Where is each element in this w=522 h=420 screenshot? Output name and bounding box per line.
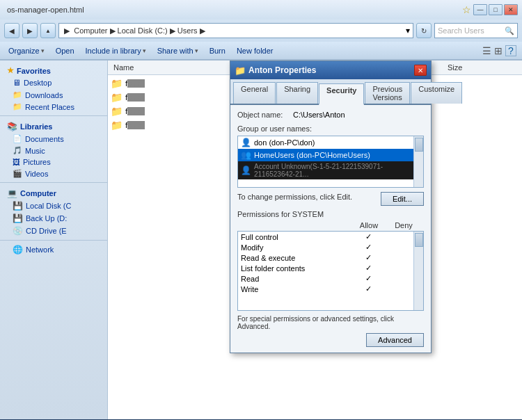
sidebar-item-network[interactable]: 🌐 Network (0, 243, 107, 256)
folder-icon: 📁 (111, 78, 122, 89)
search-placeholder: Search Users (438, 26, 505, 35)
backup-drive-icon: 💾 (13, 213, 23, 223)
sidebar-item-music[interactable]: 🎵 Music (0, 145, 107, 156)
sidebar-item-recent[interactable]: 📁 Recent Places (0, 101, 107, 113)
perm-name: Write (241, 285, 351, 293)
sidebar-item-cddrive[interactable]: 💿 CD Drive (E (0, 225, 107, 237)
advanced-button[interactable]: Advanced (366, 333, 424, 347)
users-listbox[interactable]: 👤 don (don-PC\don) 👥 HomeUsers (don-PC\H… (237, 136, 424, 188)
dialog-close-button[interactable]: ✕ (414, 65, 427, 76)
sidebar-item-backup[interactable]: 💾 Back Up (D: (0, 212, 107, 225)
tab-general[interactable]: General (233, 82, 276, 104)
col-size[interactable]: Size (442, 62, 522, 73)
search-box[interactable]: Search Users 🔍 (434, 23, 518, 38)
forward-button[interactable]: ▶ (22, 23, 38, 38)
users-listbox-scrollbar[interactable] (413, 136, 423, 187)
close-button[interactable]: ✕ (504, 4, 518, 15)
user-name: don (don-PC\don) (254, 138, 315, 147)
page-title: os-manager-open.html (4, 6, 462, 14)
sidebar-item-videos[interactable]: 🎬 Videos (0, 168, 107, 179)
videos-icon: 🎬 (13, 169, 22, 178)
help-icon[interactable]: ? (505, 45, 516, 56)
new-folder-button[interactable]: New folder (234, 46, 276, 56)
sidebar: ★ Favorites 🖥 Desktop 📁 Downloads 📁 Rece… (0, 60, 108, 419)
view-details-icon[interactable]: ☰ (482, 45, 491, 56)
refresh-button[interactable]: ↻ (416, 23, 432, 38)
advanced-btn-row: Advanced (237, 333, 424, 347)
pictures-icon: 🖼 (13, 158, 20, 166)
dialog-title: Anton Properties (248, 65, 414, 75)
user-name: HomeUsers (don-PC\HomeUsers) (254, 151, 370, 159)
tab-sharing[interactable]: Sharing (276, 82, 318, 104)
minimize-button[interactable]: — (473, 4, 487, 15)
perm-row-listfolder: List folder contents ✓ (238, 263, 423, 273)
edit-button[interactable]: Edit... (381, 192, 424, 206)
sidebar-item-localdisk[interactable]: 💾 Local Disk (C (0, 200, 107, 212)
drive-icon: 💾 (13, 201, 23, 211)
perm-scroll-thumb (415, 233, 423, 247)
dialog-body: Object name: C:\Users\Anton Group or use… (230, 105, 431, 353)
network-icon: 🌐 (13, 245, 23, 255)
perm-deny-header: Deny (386, 221, 421, 229)
dialog-folder-icon: 📁 (235, 65, 246, 76)
perm-allow-check: ✓ (351, 264, 386, 273)
object-label: Object name: (237, 111, 293, 119)
perm-name: Modify (241, 243, 351, 252)
music-icon: 🎵 (13, 146, 22, 155)
libraries-section: 📚 Libraries 📄 Documents 🎵 Music 🖼 Pictur… (0, 119, 107, 179)
documents-icon: 📄 (13, 134, 22, 143)
perm-row-readexecute: Read & execute ✓ (238, 252, 423, 263)
perm-listbox-scrollbar[interactable] (413, 232, 423, 310)
libraries-heading: 📚 Libraries (0, 119, 107, 133)
change-perm-note: To change permissions, click Edit. (237, 193, 352, 201)
organize-menu[interactable]: Organize ▾ (6, 46, 47, 56)
perm-row-read: Read ✓ (238, 273, 423, 284)
list-item[interactable]: 👤 don (don-PC\don) (238, 136, 423, 149)
downloads-icon: 📁 (13, 90, 22, 99)
library-dropdown-icon: ▾ (143, 47, 146, 54)
organize-dropdown-icon: ▾ (41, 47, 45, 54)
perm-allow-header: Allow (351, 221, 386, 229)
address-bar[interactable]: ▶ Computer ▶ Local Disk (C:) ▶ Users ▶ ▾ (58, 23, 413, 38)
browser-menu-bar: Organize ▾ Open Include in library ▾ Sha… (0, 42, 522, 60)
list-item[interactable]: 👤 Account Unknown(S-1-5-21-1221539071-21… (238, 161, 423, 179)
view-tiles-icon[interactable]: ⊞ (494, 45, 503, 56)
open-button[interactable]: Open (53, 46, 77, 56)
perm-name: Read & execute (241, 254, 351, 262)
tab-customize[interactable]: Customize (411, 82, 462, 104)
share-with-menu[interactable]: Share with ▾ (155, 46, 201, 56)
properties-dialog: 📁 Anton Properties ✕ General Sharing Sec… (230, 60, 432, 353)
tab-previous-versions[interactable]: Previous Versions (365, 82, 410, 104)
up-button[interactable]: ▲ (40, 23, 56, 38)
perm-allow-check: ✓ (351, 232, 386, 241)
favorites-heading: ★ Favorites (0, 63, 107, 76)
maximize-button[interactable]: □ (489, 4, 503, 15)
scroll-thumb (415, 138, 423, 152)
sidebar-item-desktop[interactable]: 🖥 Desktop (0, 76, 107, 89)
sidebar-item-downloads[interactable]: 📁 Downloads (0, 89, 107, 101)
bookmark-icon[interactable]: ☆ (462, 4, 471, 15)
address-dropdown-icon[interactable]: ▾ (406, 26, 410, 35)
explorer-body: ★ Favorites 🖥 Desktop 📁 Downloads 📁 Rece… (0, 60, 522, 419)
permissions-listbox: Full control ✓ Modify ✓ Read & execute ✓ (237, 231, 424, 311)
perm-allow-check: ✓ (351, 284, 386, 293)
user-icon: 👥 (241, 150, 251, 160)
dialog-titlebar: 📁 Anton Properties ✕ (230, 61, 431, 79)
back-button[interactable]: ◀ (4, 23, 19, 38)
sidebar-item-documents[interactable]: 📄 Documents (0, 133, 107, 145)
address-text: ▶ Computer ▶ Local Disk (C:) ▶ Users ▶ (62, 26, 205, 35)
window-controls: — □ ✕ (473, 4, 518, 15)
perm-allow-check: ✓ (351, 243, 386, 252)
folder-icon: 📁 (111, 120, 122, 131)
advanced-note: For special permissions or advanced sett… (237, 315, 424, 330)
burn-button[interactable]: Burn (207, 46, 228, 56)
perm-allow-check: ✓ (351, 274, 386, 283)
object-value: C:\Users\Anton (293, 111, 345, 119)
list-item[interactable]: 👥 HomeUsers (don-PC\HomeUsers) (238, 149, 423, 161)
sidebar-item-pictures[interactable]: 🖼 Pictures (0, 156, 107, 168)
col-name[interactable]: Name (108, 62, 247, 73)
tab-security[interactable]: Security (319, 83, 364, 105)
search-icon[interactable]: 🔍 (505, 26, 514, 35)
dialog-tabs: General Sharing Security Previous Versio… (230, 79, 431, 105)
include-in-library-menu[interactable]: Include in library ▾ (83, 46, 149, 56)
